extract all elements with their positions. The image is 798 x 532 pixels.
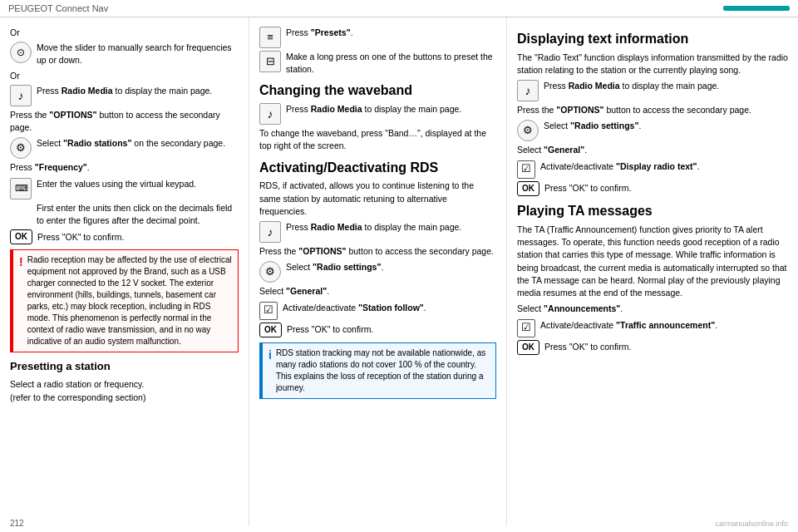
info-box: i RDS station tracking may not be availa…	[259, 342, 496, 399]
radio-media-row-3: ♪ Press Radio Media to display the main …	[259, 221, 496, 243]
presets-row: ≡ Press "Presets".	[259, 27, 496, 48]
playing-ta-title: Playing TA messages	[517, 203, 788, 220]
announcements-label: Select "Announcements".	[517, 303, 788, 315]
activating-title: Activating/Deactivating RDS	[259, 160, 496, 177]
radio-media-icon-3: ♪	[259, 221, 281, 243]
footer-logo: carmanualsonline.info	[715, 520, 788, 528]
general-label-1: Select "General".	[259, 285, 496, 298]
long-press-row: ⊟ Make a long press on one of the button…	[259, 51, 496, 76]
main-content: Or ⊙ Move the slider to manually search …	[0, 17, 798, 526]
header-accent-bar	[723, 6, 790, 11]
display-radio-text-row: ☑ Activate/deactivate "Display radio tex…	[517, 160, 788, 179]
gear-icon-3: ⚙	[517, 120, 539, 141]
options-text-1: Press the "OPTIONS" button to access the…	[10, 109, 239, 134]
warning-icon: !	[19, 254, 23, 271]
ok-button-4: OK	[517, 340, 539, 356]
ok-row-3: OK Press "OK" to confirm.	[517, 181, 788, 197]
first-enter-row: First enter the units then click on the …	[10, 202, 239, 227]
presetting-text: Select a radio station or frequency.(ref…	[10, 378, 239, 403]
or-line-1: Or	[10, 27, 239, 39]
presets-icon: ≡	[259, 27, 281, 48]
gear-icon-1: ⚙	[10, 137, 32, 159]
checkbox-icon-3: ☑	[517, 319, 535, 337]
checkbox-icon-1: ☑	[259, 302, 278, 320]
keypad-icon: ⌨	[10, 178, 32, 200]
warning-box: ! Radio reception may be affected by the…	[10, 249, 239, 352]
traffic-announcement-row: ☑ Activate/deactivate "Traffic announcem…	[517, 319, 788, 337]
ok-button-3: OK	[517, 181, 539, 197]
ok-button-2: OK	[259, 323, 282, 338]
radio-settings-row-1: ⚙ Select "Radio settings".	[259, 261, 496, 283]
radio-media-icon-2: ♪	[259, 103, 281, 125]
band-text: To change the waveband, press "Band…", d…	[259, 127, 496, 152]
header-title: PEUGEOT Connect Nav	[8, 3, 723, 13]
ok-button-1: OK	[10, 229, 32, 245]
page-number: 212	[10, 519, 24, 528]
frequency-label: Press "Frequency".	[10, 161, 239, 174]
long-press-icon: ⊟	[259, 51, 281, 72]
presetting-title: Presetting a station	[10, 359, 239, 375]
page-header: PEUGEOT Connect Nav	[0, 0, 798, 17]
ok-row-2: OK Press "OK" to confirm.	[259, 323, 496, 338]
right-column: Displaying text information The "Radio T…	[507, 17, 798, 526]
displaying-title: Displaying text information	[517, 31, 788, 48]
or-line-2: Or	[10, 70, 239, 82]
radio-media-row-4: ♪ Press Radio Media to display the main …	[517, 80, 788, 101]
displaying-intro: The "Radio Text" function displays infor…	[517, 52, 788, 76]
radio-stations-row: ⚙ Select "Radio stations" on the seconda…	[10, 137, 239, 159]
ok-row-4: OK Press "OK" to confirm.	[517, 340, 788, 356]
slider-icon: ⊙	[10, 42, 32, 63]
radio-media-row-1: ♪ Press Radio Media to display the main …	[10, 85, 239, 106]
radio-media-icon-1: ♪	[10, 85, 32, 106]
general-label-2: Select "General".	[517, 144, 788, 156]
ta-intro: The TA (Traffic Announcement) function g…	[517, 224, 788, 299]
radio-media-icon-4: ♪	[517, 80, 539, 101]
info-icon: i	[268, 347, 272, 364]
radio-media-row-2: ♪ Press Radio Media to display the main …	[259, 103, 496, 125]
left-column: Or ⊙ Move the slider to manually search …	[0, 17, 249, 526]
changing-title: Changing the waveband	[259, 82, 496, 100]
gear-icon-2: ⚙	[259, 261, 281, 283]
options-text-2: Press the "OPTIONS" button to access the…	[259, 245, 496, 258]
options-text-3: Press the "OPTIONS" button to access the…	[517, 104, 788, 116]
ok-row-1: OK Press "OK" to confirm.	[10, 229, 239, 245]
middle-column: ≡ Press "Presets". ⊟ Make a long press o…	[249, 17, 507, 526]
checkbox-icon-2: ☑	[517, 160, 535, 179]
radio-settings-row-2: ⚙ Select "Radio settings".	[517, 120, 788, 141]
station-follow-row: ☑ Activate/deactivate "Station follow".	[259, 302, 496, 320]
slider-row: ⊙ Move the slider to manually search for…	[10, 42, 239, 66]
rds-intro: RDS, if activated, allows you to continu…	[259, 180, 496, 218]
keypad-row: ⌨ Enter the values using the virtual key…	[10, 178, 239, 200]
